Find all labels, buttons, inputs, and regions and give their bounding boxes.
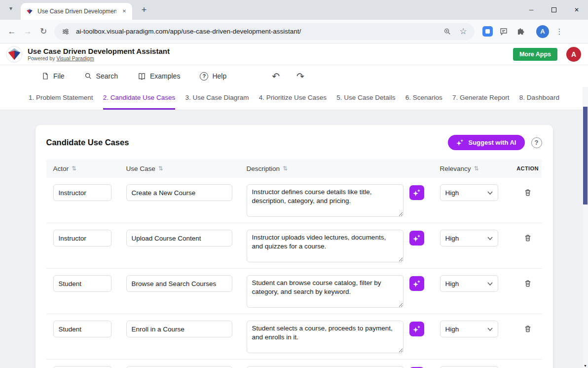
use-case-cell bbox=[126, 275, 247, 292]
book-icon bbox=[138, 72, 146, 81]
ai-sparkle-button[interactable] bbox=[409, 322, 424, 336]
sort-icon[interactable]: ⇅ bbox=[283, 165, 288, 172]
tab-search-chevron-icon[interactable]: ▾ bbox=[6, 5, 16, 12]
browser-menu-kebab-icon[interactable]: ⋮ bbox=[553, 27, 566, 36]
relevancy-cell: High bbox=[440, 321, 514, 337]
use-case-cell bbox=[126, 366, 247, 368]
use-case-input[interactable] bbox=[126, 230, 232, 246]
step-tab[interactable]: 5. Use Case Details bbox=[336, 87, 395, 110]
sort-icon[interactable]: ⇅ bbox=[72, 165, 76, 172]
header-relevancy[interactable]: Relevancy ⇅ bbox=[440, 165, 514, 172]
sort-icon[interactable]: ⇅ bbox=[474, 165, 479, 172]
step-tab[interactable]: 1. Problem Statement bbox=[29, 87, 93, 110]
card-title: Candidate Use Cases bbox=[46, 138, 448, 147]
header-actor[interactable]: Actor ⇅ bbox=[46, 165, 126, 172]
header-use-case[interactable]: Use Case ⇅ bbox=[126, 165, 247, 172]
relevancy-select[interactable]: High bbox=[440, 275, 498, 292]
back-button[interactable]: ← bbox=[4, 24, 20, 40]
delete-row-button[interactable] bbox=[524, 234, 532, 244]
step-tab[interactable]: 8. Dashboard bbox=[519, 87, 559, 110]
redo-button[interactable]: ↷ bbox=[296, 71, 304, 82]
ai-sparkle-button[interactable] bbox=[409, 185, 424, 200]
step-tab[interactable]: 7. Generate Report bbox=[452, 87, 510, 110]
step-label: 5. Use Case Details bbox=[336, 94, 395, 101]
suggest-with-ai-button[interactable]: Suggest with AI bbox=[448, 135, 524, 150]
window-close-button[interactable]: ✕ bbox=[565, 0, 588, 20]
tab-close-icon[interactable]: ✕ bbox=[120, 7, 128, 15]
use-case-cell bbox=[126, 230, 247, 246]
search-menu[interactable]: Search bbox=[84, 72, 118, 80]
use-case-input[interactable] bbox=[126, 321, 232, 337]
extension-icon-blue[interactable] bbox=[482, 26, 493, 37]
browser-profile-avatar[interactable]: A bbox=[536, 25, 549, 38]
site-settings-icon[interactable] bbox=[60, 26, 71, 37]
trash-icon bbox=[524, 188, 532, 197]
file-menu[interactable]: File bbox=[41, 72, 65, 80]
user-avatar[interactable]: A bbox=[566, 47, 581, 62]
description-textarea[interactable] bbox=[247, 275, 404, 308]
description-textarea[interactable] bbox=[247, 184, 404, 217]
step-tab[interactable]: 2. Candidate Use Cases bbox=[103, 87, 175, 110]
powered-by-text: Powered by bbox=[28, 55, 55, 61]
step-tab[interactable]: 3. Use Case Diagram bbox=[185, 87, 249, 110]
undo-button[interactable]: ↶ bbox=[272, 71, 280, 82]
relevancy-value: High bbox=[445, 326, 459, 333]
reload-button[interactable]: ↻ bbox=[36, 24, 51, 40]
address-bar[interactable]: ai-toolbox.visual-paradigm.com/app/use-c… bbox=[54, 23, 475, 40]
relevancy-select[interactable]: Medium bbox=[440, 366, 498, 368]
ai-sparkle-button[interactable] bbox=[409, 276, 424, 291]
description-textarea[interactable] bbox=[247, 366, 404, 368]
forward-button[interactable]: → bbox=[20, 24, 36, 40]
use-case-input[interactable] bbox=[126, 366, 232, 368]
use-case-input[interactable] bbox=[126, 275, 232, 292]
tab-title: Use Case Driven Development bbox=[37, 8, 116, 15]
relevancy-select[interactable]: High bbox=[440, 230, 498, 246]
help-menu[interactable]: ? Help bbox=[200, 72, 226, 81]
extensions-puzzle-icon[interactable] bbox=[514, 25, 528, 39]
relevancy-select[interactable]: High bbox=[440, 321, 498, 337]
scrollbar-thumb[interactable] bbox=[583, 107, 588, 204]
header-actor-label: Actor bbox=[53, 165, 69, 172]
header-use-case-label: Use Case bbox=[126, 165, 155, 172]
step-tab[interactable]: 4. Prioritize Use Cases bbox=[259, 87, 327, 110]
ai-sparkle-button[interactable] bbox=[409, 231, 424, 245]
sparkle-cell bbox=[409, 184, 440, 200]
browser-tab[interactable]: Use Case Driven Development ✕ bbox=[21, 3, 132, 20]
actor-input[interactable] bbox=[53, 275, 111, 292]
actor-input[interactable] bbox=[53, 184, 111, 201]
header-description[interactable]: Description ⇅ bbox=[247, 165, 409, 172]
card-help-icon[interactable]: ? bbox=[531, 137, 542, 148]
delete-row-button[interactable] bbox=[524, 325, 532, 334]
description-textarea[interactable] bbox=[247, 321, 404, 353]
relevancy-select[interactable]: High bbox=[440, 184, 498, 201]
use-case-input[interactable] bbox=[126, 184, 232, 201]
actor-input[interactable] bbox=[53, 230, 111, 246]
app-header: Use Case Driven Development Assistant Po… bbox=[0, 43, 588, 65]
actor-input[interactable] bbox=[53, 366, 111, 368]
delete-row-button[interactable] bbox=[524, 279, 532, 289]
chat-icon[interactable] bbox=[497, 25, 511, 39]
window-minimize-button[interactable]: ─ bbox=[520, 0, 543, 20]
help-label: Help bbox=[212, 72, 226, 80]
url-text[interactable]: ai-toolbox.visual-paradigm.com/app/use-c… bbox=[76, 28, 437, 35]
step-tab[interactable]: 6. Scenarios bbox=[405, 87, 442, 110]
scroll-down-arrow-icon[interactable]: ▼ bbox=[583, 364, 588, 368]
delete-row-button[interactable] bbox=[524, 188, 532, 198]
zoom-icon[interactable] bbox=[442, 26, 453, 37]
visual-paradigm-link[interactable]: Visual Paradigm bbox=[56, 55, 94, 61]
step-label: 7. Generate Report bbox=[452, 94, 510, 101]
examples-menu[interactable]: Examples bbox=[138, 72, 180, 81]
sort-icon[interactable]: ⇅ bbox=[158, 165, 163, 172]
chevron-down-icon bbox=[487, 327, 493, 331]
actor-input[interactable] bbox=[53, 321, 111, 337]
window-maximize-button[interactable] bbox=[543, 0, 565, 20]
page-scrollbar[interactable]: ▼ bbox=[583, 87, 588, 368]
new-tab-button[interactable]: + bbox=[137, 3, 151, 17]
relevancy-cell: High bbox=[440, 230, 514, 246]
bookmark-star-icon[interactable]: ☆ bbox=[458, 26, 469, 37]
candidate-use-cases-card: Candidate Use Cases Suggest with AI ? Ac… bbox=[36, 125, 553, 368]
step-label: 8. Dashboard bbox=[519, 94, 559, 101]
more-apps-button[interactable]: More Apps bbox=[513, 48, 557, 61]
table-header: Actor ⇅ Use Case ⇅ Description ⇅ Relevan… bbox=[46, 159, 542, 178]
description-textarea[interactable] bbox=[247, 230, 404, 262]
